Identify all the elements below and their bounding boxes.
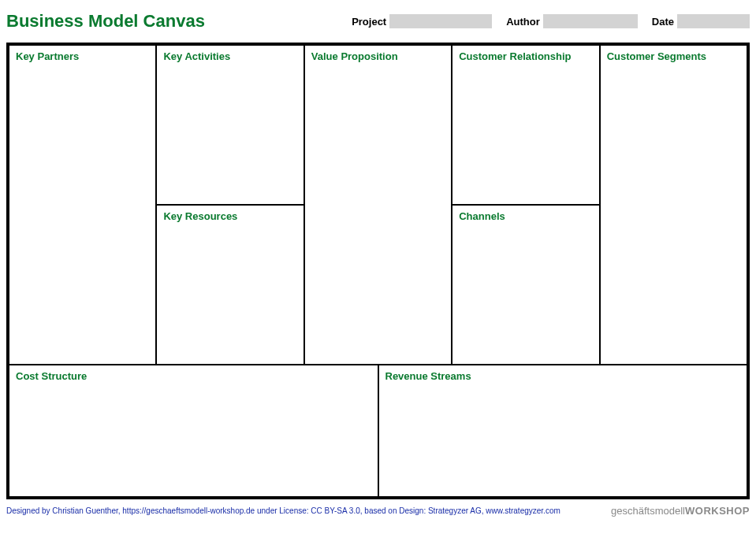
canvas-bottom-row: Cost Structure Revenue Streams [9,364,747,496]
cell-revenue-streams: Revenue Streams [379,365,747,496]
cell-value-proposition: Value Proposition [305,46,451,364]
col-value-proposition: Value Proposition [305,46,452,364]
author-field-group: Author [506,14,638,28]
canvas: Key Partners Key Activities Key Resource… [6,43,750,499]
date-label: Date [652,16,674,28]
footer-logo: geschäftsmodellWORKSHOP [611,505,750,517]
title-key-partners: Key Partners [16,50,149,62]
col-relationship-channels: Customer Relationship Channels [452,46,600,364]
cell-key-partners: Key Partners [9,46,155,364]
cell-channels: Channels [452,206,598,364]
col-customer-segments: Customer Segments [601,46,747,364]
title-value-proposition: Value Proposition [311,50,445,62]
title-revenue-streams: Revenue Streams [385,370,741,382]
project-label: Project [352,16,386,28]
col-activities-resources: Key Activities Key Resources [157,46,304,364]
cell-customer-segments: Customer Segments [601,46,747,364]
header-fields: Project Author Date [352,14,750,28]
title-cost-structure: Cost Structure [16,370,371,382]
date-field-group: Date [652,14,750,28]
title-key-activities: Key Activities [163,50,296,62]
page-title: Business Model Canvas [6,11,205,32]
footer: Designed by Christian Guenther, https://… [6,499,750,518]
footer-attribution: Designed by Christian Guenther, https://… [6,506,560,515]
cell-key-resources: Key Resources [157,206,303,364]
logo-bold: WORKSHOP [685,505,750,517]
author-input[interactable] [543,14,638,28]
title-key-resources: Key Resources [163,210,296,222]
cell-cost-structure: Cost Structure [9,365,379,496]
title-customer-segments: Customer Segments [607,50,740,62]
cell-customer-relationship: Customer Relationship [452,46,598,206]
header: Business Model Canvas Project Author Dat… [6,6,750,36]
col-key-partners: Key Partners [9,46,157,364]
author-label: Author [506,16,540,28]
date-input[interactable] [677,14,750,28]
project-input[interactable] [389,14,492,28]
canvas-top-row: Key Partners Key Activities Key Resource… [9,46,747,364]
logo-light: geschäftsmodell [611,505,685,517]
title-channels: Channels [459,210,592,222]
cell-key-activities: Key Activities [157,46,303,206]
title-customer-relationship: Customer Relationship [459,50,592,62]
project-field-group: Project [352,14,492,28]
